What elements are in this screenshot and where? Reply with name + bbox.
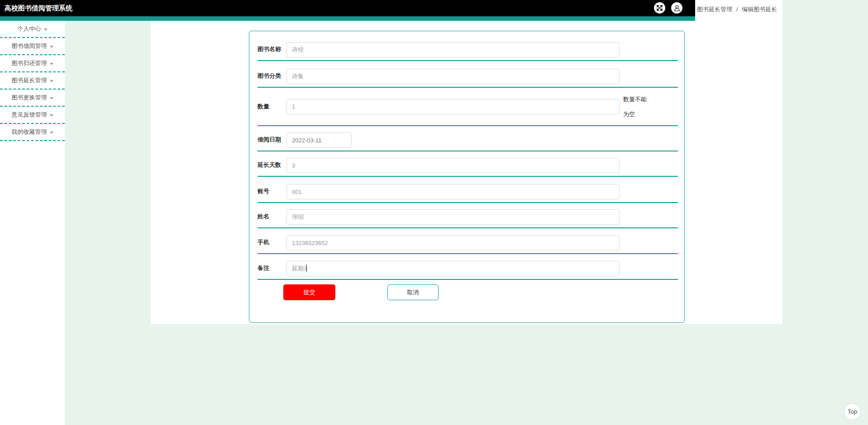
sidebar-item-label: 图书延长管理 <box>12 76 47 85</box>
extend-days-input[interactable] <box>286 158 620 173</box>
name-input[interactable] <box>286 209 620 225</box>
sidebar-item-book-borrow[interactable]: 图书借阅管理 <box>0 38 65 55</box>
sidebar-item-personal-center[interactable]: 个人中心 <box>0 21 65 38</box>
form-actions: 提交 取消 <box>258 280 678 303</box>
app-title: 高校图书借阅管理系统 <box>5 4 72 13</box>
field-label: 延长天数 <box>258 161 286 173</box>
main-content: 图书名称 图书分类 数量 数量不能为空 借阅日期 延长天数 账号 姓名 <box>151 21 782 324</box>
chevron-down-icon <box>50 46 53 48</box>
chevron-down-icon <box>50 97 53 99</box>
field-label: 账号 <box>258 187 286 199</box>
chevron-down-icon <box>50 114 53 117</box>
field-label: 借阅日期 <box>258 136 286 148</box>
form-row-book-category: 图书分类 <box>258 61 678 88</box>
sidebar-item-label: 图书更换管理 <box>12 94 47 102</box>
account-input[interactable] <box>286 184 620 199</box>
sidebar-item-label: 我的收藏管理 <box>12 128 47 136</box>
person-icon-glyph <box>673 5 681 12</box>
form-row-phone: 手机 <box>258 228 678 254</box>
field-label: 数量 <box>258 103 286 111</box>
form-row-name: 姓名 <box>258 203 678 228</box>
top-navbar: 高校图书借阅管理系统 <box>0 0 695 16</box>
sidebar-item-label: 图书借阅管理 <box>12 42 47 50</box>
topbar-icon-group <box>654 2 682 14</box>
chevron-down-icon <box>50 132 53 134</box>
breadcrumb-separator: / <box>736 6 738 13</box>
book-category-input[interactable] <box>286 69 620 84</box>
phone-input[interactable] <box>286 235 620 250</box>
field-label: 图书分类 <box>258 72 286 84</box>
edit-extension-form-card: 图书名称 图书分类 数量 数量不能为空 借阅日期 延长天数 账号 姓名 <box>249 31 685 323</box>
field-label: 手机 <box>258 238 286 250</box>
user-avatar-icon[interactable] <box>671 2 682 14</box>
sidebar-item-favorites[interactable]: 我的收藏管理 <box>0 124 65 141</box>
sidebar-item-book-extend[interactable]: 图书延长管理 <box>0 72 65 90</box>
quantity-error: 数量不能为空 <box>623 92 650 122</box>
accent-strip <box>0 16 695 21</box>
breadcrumb: 图书延长管理 / 编辑图书延长 <box>697 5 777 14</box>
quantity-input[interactable] <box>286 99 620 114</box>
form-row-borrow-date: 借阅日期 <box>258 126 678 151</box>
submit-button[interactable]: 提交 <box>283 284 335 300</box>
sidebar-item-feedback[interactable]: 意见反馈管理 <box>0 107 65 124</box>
breadcrumb-area: 图书延长管理 / 编辑图书延长 <box>695 0 782 21</box>
field-label: 备注 <box>258 264 286 276</box>
sidebar-item-label: 图书归还管理 <box>12 59 47 67</box>
breadcrumb-section[interactable]: 图书延长管理 <box>697 6 732 13</box>
sidebar-item-label: 意见反馈管理 <box>12 111 47 119</box>
chevron-down-icon <box>44 28 48 31</box>
remark-input[interactable] <box>286 261 620 276</box>
fullscreen-icon-glyph <box>656 5 663 11</box>
chevron-down-icon <box>50 63 53 65</box>
breadcrumb-page: 编辑图书延长 <box>742 6 777 13</box>
form-row-book-name: 图书名称 <box>258 31 678 61</box>
form-row-account: 账号 <box>258 177 678 203</box>
sidebar-item-book-return[interactable]: 图书归还管理 <box>0 55 65 72</box>
text-caret <box>306 264 307 272</box>
form-row-quantity: 数量 数量不能为空 <box>258 88 678 126</box>
form-row-remark: 备注 <box>258 254 678 280</box>
form-row-extend-days: 延长天数 <box>258 151 678 177</box>
cancel-button[interactable]: 取消 <box>387 284 439 300</box>
sidebar-item-book-replace[interactable]: 图书更换管理 <box>0 90 65 107</box>
fullscreen-icon[interactable] <box>654 2 665 14</box>
field-label: 图书名称 <box>258 45 286 57</box>
sidebar-item-label: 个人中心 <box>18 25 41 33</box>
borrow-date-input[interactable] <box>286 132 352 148</box>
back-to-top-button[interactable]: Top <box>844 403 861 420</box>
field-label: 姓名 <box>258 212 286 225</box>
book-name-input[interactable] <box>286 42 620 57</box>
sidebar: 个人中心 图书借阅管理 图书归还管理 图书延长管理 图书更换管理 意见反馈管理 … <box>0 21 65 425</box>
chevron-down-icon <box>50 80 53 82</box>
